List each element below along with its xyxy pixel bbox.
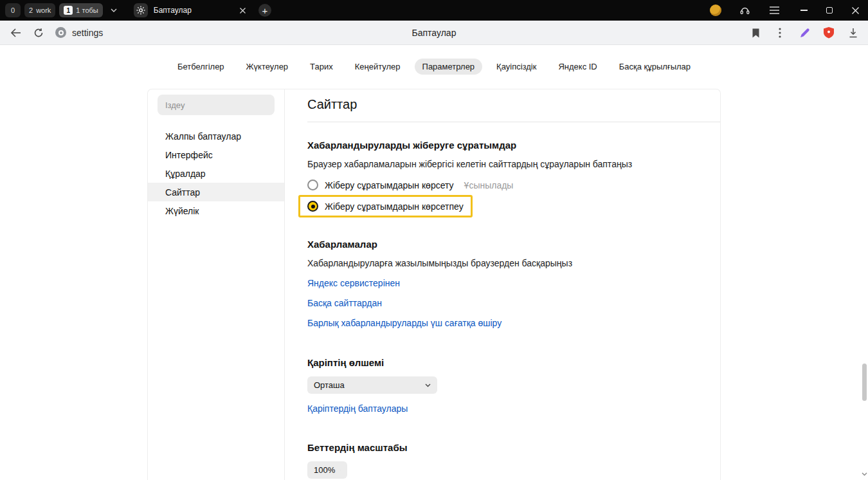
site-favicon-icon [55, 27, 66, 38]
nav-tab-downloads[interactable]: Жүктеулер [239, 59, 296, 75]
protect-button[interactable] [818, 21, 840, 45]
more-options-button[interactable] [769, 21, 791, 45]
highlight-annotation-box: Жіберу сұратымдарын көрсетпеу [298, 195, 473, 217]
tab-group-work[interactable]: 2 work [24, 3, 55, 17]
bookmark-icon [752, 28, 760, 38]
tab-group-1[interactable]: 1 1 тобы [59, 3, 102, 17]
radio-label: Жіберу сұратымдарын көрсету [325, 180, 454, 190]
nav-tab-security[interactable]: Қауіпсіздік [489, 59, 544, 75]
edit-mode-button[interactable] [793, 21, 815, 45]
radio-unselected-icon[interactable] [307, 180, 318, 190]
page-zoom-select[interactable]: 100% [307, 461, 347, 479]
section-notification-requests: Хабарландыруларды жіберуге сұратымдар Бр… [307, 140, 720, 217]
nav-tab-settings[interactable]: Параметрлер [415, 59, 483, 75]
window-close-button[interactable] [842, 0, 868, 21]
download-icon [848, 28, 858, 39]
back-button[interactable] [4, 21, 27, 45]
settings-nav-tabs: Бетбелгілер Жүктеулер Тарих Кеңейтулер П… [0, 45, 868, 75]
font-size-select[interactable]: Орташа [307, 376, 437, 394]
back-arrow-icon [10, 28, 21, 37]
url-text[interactable]: settings [72, 28, 103, 38]
radio-label: Жіберу сұратымдарын көрсетпеу [325, 201, 464, 212]
titlebar-right-controls [710, 0, 868, 21]
section-font-size: Қаріптің өлшемі Орташа Қаріптердің бапта… [307, 357, 720, 414]
maximize-icon [826, 7, 833, 14]
sidebar-item-general[interactable]: Жалпы баптаулар [148, 127, 284, 145]
browser-menu-button[interactable] [765, 0, 783, 21]
recommended-badge: Ұсынылады [464, 180, 514, 190]
link-disable-all-notifications[interactable]: Барлық хабарландыруларды үш сағатқа өшір… [307, 318, 502, 328]
link-yandex-services[interactable]: Яндекс сервистерінен [307, 278, 400, 288]
nav-tab-extensions[interactable]: Кеңейтулер [347, 59, 408, 75]
refresh-button[interactable] [27, 21, 50, 45]
scrollbar-down-button[interactable] [862, 467, 867, 479]
nav-tab-other-devices[interactable]: Басқа құрылғылар [611, 59, 698, 75]
sidebar-item-sites[interactable]: Сайттар [148, 183, 284, 201]
page-title: Сайттар [307, 97, 720, 122]
active-tab-title: Баптаулар [154, 6, 231, 15]
close-icon [852, 7, 859, 14]
bookmark-button[interactable] [745, 21, 766, 45]
window-minimize-button[interactable] [791, 0, 817, 21]
pencil-icon [799, 28, 810, 39]
toolbar-right-icons [745, 21, 864, 45]
sidebar-search[interactable] [158, 95, 275, 115]
tab-close-button[interactable] [237, 5, 248, 16]
title-divider [307, 122, 720, 122]
group-tab-count: 1 [64, 6, 73, 15]
sidebar-items: Жалпы баптаулар Интерфейс Құралдар Сайтт… [148, 127, 284, 220]
section-heading: Хабарламалар [307, 239, 720, 250]
refresh-icon [33, 28, 44, 38]
support-button[interactable] [736, 0, 754, 21]
minimize-icon [800, 10, 808, 11]
section-heading: Хабарландыруларды жіберуге сұратымдар [307, 140, 720, 151]
nav-tab-yandex-id[interactable]: Яндекс ID [550, 59, 604, 75]
sidebar-item-tools[interactable]: Құралдар [148, 164, 284, 183]
active-browser-tab[interactable]: Баптаулар [134, 3, 248, 17]
select-value: Орташа [314, 380, 345, 390]
section-heading: Қаріптің өлшемі [307, 357, 720, 368]
section-description: Хабарландыруларға жазылымыңызды браузерд… [307, 258, 720, 268]
group-tab-label: 1 тобы [76, 6, 98, 14]
sidebar-item-interface[interactable]: Интерфейс [148, 145, 284, 164]
settings-content: Сайттар Хабарландыруларды жіберуге сұрат… [285, 89, 720, 480]
chevron-down-icon [862, 472, 867, 476]
search-input[interactable] [165, 100, 267, 110]
radio-selected-icon[interactable] [307, 201, 318, 212]
plus-icon: + [262, 6, 267, 15]
downloads-button[interactable] [842, 21, 864, 45]
link-other-sites[interactable]: Басқа сайттардан [307, 298, 382, 308]
scrollbar-thumb[interactable] [862, 364, 867, 401]
section-heading: Беттердің масштабы [307, 442, 720, 453]
hamburger-menu-icon [770, 6, 779, 14]
headset-icon [739, 5, 750, 15]
nav-tab-bookmarks[interactable]: Бетбелгілер [170, 59, 232, 75]
nav-tab-history[interactable]: Тарих [302, 59, 341, 75]
tab-counter-zero[interactable]: 0 [5, 3, 21, 17]
address-bar[interactable]: settings [55, 27, 103, 38]
radio-option-hide-requests[interactable]: Жіберу сұратымдарын көрсетпеу [307, 201, 464, 212]
tab-counter-zero-label: 0 [11, 6, 15, 14]
tab-list-chevron-button[interactable] [107, 8, 121, 12]
window-titlebar: 0 2 work 1 1 тобы [0, 0, 868, 21]
settings-sidebar: Жалпы баптаулар Интерфейс Құралдар Сайтт… [148, 89, 285, 480]
settings-tab-favicon [134, 3, 148, 17]
tab-strip: 0 2 work 1 1 тобы [0, 3, 271, 17]
window-maximize-button[interactable] [817, 0, 842, 21]
section-notifications: Хабарламалар Хабарландыруларға жазылымың… [307, 239, 720, 328]
profile-avatar[interactable] [710, 5, 721, 16]
section-description: Браузер хабарламаларын жібергісі келетін… [307, 159, 720, 169]
chevron-down-icon [111, 8, 117, 12]
kebab-menu-icon [779, 28, 781, 38]
work-tab-count: 2 [29, 6, 33, 14]
gear-icon [136, 6, 145, 15]
new-tab-button[interactable]: + [258, 4, 271, 17]
close-icon [240, 8, 246, 14]
browser-toolbar: settings Баптаулар [0, 21, 868, 45]
select-value: 100% [314, 465, 335, 475]
toolbar-page-title: Баптаулар [0, 28, 868, 38]
radio-option-show-requests[interactable]: Жіберу сұратымдарын көрсету Ұсынылады [307, 180, 720, 190]
link-font-settings[interactable]: Қаріптердің баптаулары [307, 403, 408, 414]
chevron-down-icon [340, 468, 341, 472]
sidebar-item-system[interactable]: Жүйелік [148, 201, 284, 220]
